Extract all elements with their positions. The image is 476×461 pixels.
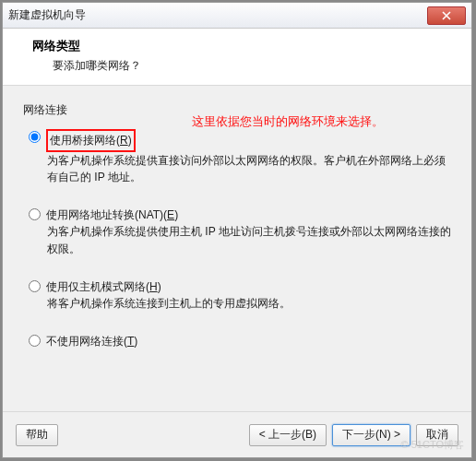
radio-hostonly[interactable] [29, 280, 41, 292]
option-hostonly-desc: 将客户机操作系统连接到主机上的专用虚拟网络。 [47, 295, 451, 313]
option-bridged-label[interactable]: 使用桥接网络(R) [46, 129, 136, 152]
help-button[interactable]: 帮助 [16, 424, 58, 446]
wizard-header: 网络类型 要添加哪类网络？ [3, 29, 471, 86]
wizard-dialog: 新建虚拟机向导 网络类型 要添加哪类网络？ 网络连接 这里依据您当时的网络环境来… [2, 2, 472, 458]
radio-nat[interactable] [29, 208, 41, 220]
window-title: 新建虚拟机向导 [8, 7, 86, 23]
option-bridged-desc: 为客户机操作系统提供直接访问外部以太网网络的权限。客户机在外部网络上必须有自己的… [47, 152, 451, 186]
option-none-label[interactable]: 不使用网络连接(T) [46, 333, 137, 350]
page-title: 网络类型 [32, 38, 455, 54]
option-bridged: 使用桥接网络(R) 为客户机操作系统提供直接访问外部以太网网络的权限。客户机在外… [29, 129, 451, 186]
option-hostonly: 使用仅主机模式网络(H) 将客户机操作系统连接到主机上的专用虚拟网络。 [29, 278, 451, 313]
option-nat-label[interactable]: 使用网络地址转换(NAT)(E) [46, 207, 178, 224]
close-icon [442, 11, 451, 20]
back-button[interactable]: < 上一步(B) [249, 424, 327, 446]
cancel-button[interactable]: 取消 [416, 424, 458, 446]
footer: 帮助 < 上一步(B) 下一步(N) > 取消 [3, 411, 471, 457]
radio-bridged[interactable] [29, 131, 41, 143]
next-button[interactable]: 下一步(N) > [332, 424, 411, 446]
option-none: 不使用网络连接(T) [29, 333, 451, 350]
titlebar: 新建虚拟机向导 [3, 3, 471, 29]
annotation-text: 这里依据您当时的网络环境来选择。 [192, 113, 384, 130]
radio-none[interactable] [29, 335, 41, 347]
option-hostonly-label[interactable]: 使用仅主机模式网络(H) [46, 278, 161, 296]
option-nat-desc: 为客户机操作系统提供使用主机 IP 地址访问主机拨号连接或外部以太网网络连接的权… [47, 223, 451, 257]
option-nat: 使用网络地址转换(NAT)(E) 为客户机操作系统提供使用主机 IP 地址访问主… [29, 207, 451, 258]
close-button[interactable] [427, 6, 466, 25]
page-desc: 要添加哪类网络？ [53, 58, 455, 74]
content-area: 网络连接 这里依据您当时的网络环境来选择。 使用桥接网络(R) 为客户机操作系统… [3, 86, 471, 442]
